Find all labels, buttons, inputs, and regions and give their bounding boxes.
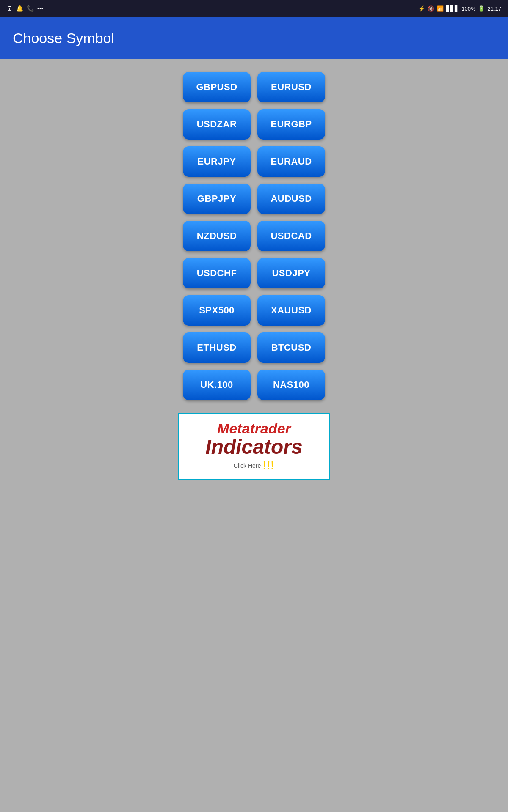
symbol-button-gbpusd[interactable]: GBPUSD	[183, 72, 251, 102]
symbol-button-usdjpy[interactable]: USDJPY	[257, 258, 325, 288]
phone-icon: 📞	[27, 5, 34, 12]
symbol-button-nas100[interactable]: NAS100	[257, 370, 325, 400]
ad-banner-subtitle: Indicators	[205, 437, 302, 457]
status-bar-left: 🗓 🔔 📞 •••	[7, 5, 44, 12]
main-content: GBPUSDEURUSDUSDZAREURGBPEURJPYEURAUDGBPJ…	[0, 59, 508, 493]
signal-icon: ▋▋▋	[446, 5, 459, 12]
time-display: 21:17	[487, 5, 501, 12]
symbol-button-ethusd[interactable]: ETHUSD	[183, 332, 251, 363]
status-bar-right: ⚡ 🔇 📶 ▋▋▋ 100% 🔋 21:17	[418, 5, 501, 12]
symbol-button-uk.100[interactable]: UK.100	[183, 370, 251, 400]
ad-banner[interactable]: Metatrader Indicators Click Here !!!	[178, 413, 330, 480]
alarm-icon: 🔔	[16, 5, 23, 12]
symbol-button-gbpjpy[interactable]: GBPJPY	[183, 184, 251, 214]
mute-icon: 🔇	[428, 5, 434, 12]
symbol-button-euraud[interactable]: EURAUD	[257, 146, 325, 177]
ad-banner-title: Metatrader	[217, 421, 291, 436]
symbol-button-usdzar[interactable]: USDZAR	[183, 109, 251, 140]
status-bar: 🗓 🔔 📞 ••• ⚡ 🔇 📶 ▋▋▋ 100% 🔋 21:17	[0, 0, 508, 17]
battery-level: 100%	[461, 5, 475, 12]
symbol-button-usdcad[interactable]: USDCAD	[257, 221, 325, 251]
symbol-button-usdchf[interactable]: USDCHF	[183, 258, 251, 288]
page-title: Choose Symbol	[13, 30, 114, 47]
ad-banner-click: Click Here !!!	[234, 459, 275, 472]
more-icon: •••	[37, 5, 44, 12]
ad-exclamations: !!!	[262, 459, 274, 472]
symbol-button-audusd[interactable]: AUDUSD	[257, 184, 325, 214]
bluetooth-icon: ⚡	[418, 5, 425, 12]
app-header: Choose Symbol	[0, 17, 508, 59]
wifi-icon: 📶	[437, 5, 444, 12]
symbol-button-nzdusd[interactable]: NZDUSD	[183, 221, 251, 251]
symbol-button-eurjpy[interactable]: EURJPY	[183, 146, 251, 177]
battery-icon: 🔋	[478, 5, 485, 12]
symbol-grid: GBPUSDEURUSDUSDZAREURGBPEURJPYEURAUDGBPJ…	[183, 72, 325, 400]
symbol-button-eurusd[interactable]: EURUSD	[257, 72, 325, 102]
symbol-button-btcusd[interactable]: BTCUSD	[257, 332, 325, 363]
symbol-button-spx500[interactable]: SPX500	[183, 295, 251, 326]
symbol-button-eurgbp[interactable]: EURGBP	[257, 109, 325, 140]
symbol-button-xauusd[interactable]: XAUUSD	[257, 295, 325, 326]
ad-click-text: Click Here	[234, 462, 261, 469]
notification-icon: 🗓	[7, 5, 13, 12]
